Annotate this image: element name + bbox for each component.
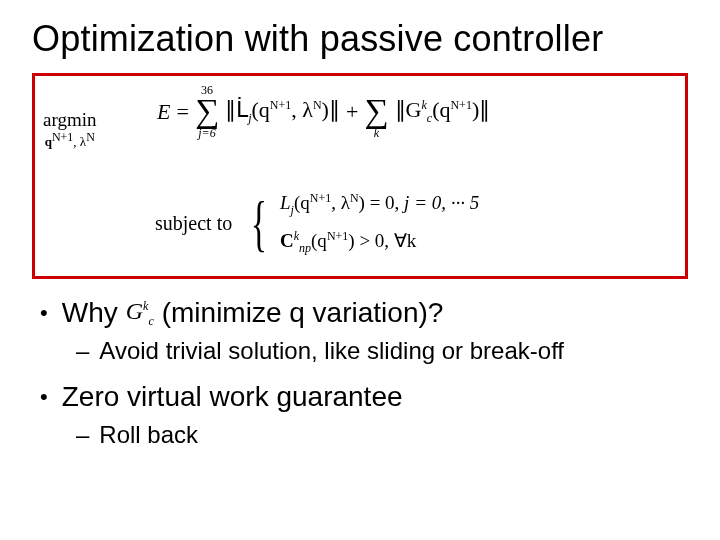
argmin-operator: argmin qN+1, λN bbox=[43, 110, 96, 148]
constraint-2: Cknp(qN+1) > 0, ∀k bbox=[280, 229, 479, 256]
inline-math-G: Gkc bbox=[118, 298, 162, 329]
subject-to-label: subject to bbox=[155, 212, 232, 235]
slide-title: Optimization with passive controller bbox=[32, 18, 688, 59]
brace-icon: { bbox=[251, 199, 267, 249]
bullet-zero-virtual-work: Zero virtual work guarantee bbox=[40, 381, 688, 413]
optimization-formula-box: argmin qN+1, λN E = 36 ∑ j=6 ∥L̇j(qN+1, … bbox=[32, 73, 688, 279]
sub-bullet-avoid-trivial: Avoid trivial solution, like sliding or … bbox=[76, 337, 688, 365]
sum-icon: ∑ k bbox=[364, 84, 388, 139]
constraint-1: Lj(qN+1, λN) = 0, j = 0, ··· 5 bbox=[280, 191, 479, 218]
sub-bullet-roll-back: Roll back bbox=[76, 421, 688, 449]
energy-equation: E = 36 ∑ j=6 ∥L̇j(qN+1, λN)∥ + ∑ k ∥Gkc bbox=[157, 84, 490, 139]
bullet-why: Why Gkc (minimize q variation)? bbox=[40, 297, 688, 329]
constraints-row: subject to { Lj(qN+1, λN) = 0, j = 0, ··… bbox=[155, 191, 479, 255]
sum-icon: 36 ∑ j=6 bbox=[195, 84, 219, 139]
